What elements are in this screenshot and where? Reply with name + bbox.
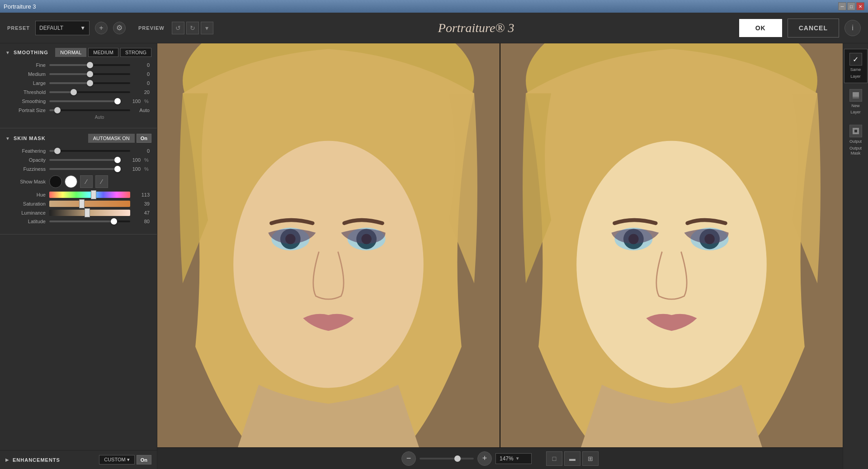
skin-mask-sliders: Feathering 0 Opacity 100 % bbox=[0, 146, 157, 233]
left-panel: ▼ SMOOTHING NORMAL MEDIUM STRONG Fine 0 bbox=[0, 43, 157, 469]
feathering-value: 0 bbox=[134, 148, 150, 154]
app-title-bar: Portraiture 3 bbox=[4, 3, 36, 10]
smoothing-preset-buttons: NORMAL MEDIUM STRONG bbox=[55, 48, 151, 57]
preview-images bbox=[157, 43, 843, 447]
redo-button[interactable]: ↻ bbox=[186, 22, 199, 34]
preview-before-pane[interactable] bbox=[157, 43, 500, 447]
minimize-button[interactable]: ─ bbox=[838, 2, 846, 10]
preset-settings-button[interactable]: ⚙ bbox=[113, 22, 126, 34]
zoom-in-button[interactable]: + bbox=[477, 451, 492, 466]
skin-mask-controls: AUTOMASK ON On bbox=[88, 134, 151, 143]
content-area: ▼ SMOOTHING NORMAL MEDIUM STRONG Fine 0 bbox=[0, 43, 868, 469]
undo-button[interactable]: ↺ bbox=[172, 22, 184, 34]
feathering-slider-row: Feathering 0 bbox=[7, 148, 150, 154]
undo-redo-group: ↺ ↻ ▾ bbox=[172, 22, 213, 34]
latitude-label: Latitude bbox=[7, 219, 46, 224]
same-layer-check-icon: ✓ bbox=[849, 53, 862, 66]
skin-mask-title: SKIN MASK bbox=[14, 136, 46, 141]
new-layer-option[interactable]: New Layer bbox=[844, 85, 868, 119]
large-slider[interactable] bbox=[49, 82, 130, 84]
auto-label: Auto bbox=[7, 115, 150, 120]
title-bar-controls: ─ □ ✕ bbox=[838, 2, 864, 10]
svg-rect-19 bbox=[853, 92, 859, 97]
fuzziness-value: 100 bbox=[125, 166, 141, 172]
opacity-slider-row: Opacity 100 % bbox=[7, 157, 150, 163]
opacity-slider[interactable] bbox=[49, 159, 121, 161]
zoom-dropdown-icon: ▼ bbox=[515, 456, 520, 461]
info-button[interactable]: i bbox=[844, 20, 861, 36]
smoothing-medium-button[interactable]: MEDIUM bbox=[88, 48, 118, 57]
smoothing-slider[interactable] bbox=[49, 100, 121, 102]
fuzziness-label: Fuzziness bbox=[7, 166, 46, 172]
smoothing-sliders: Fine 0 Medium 0 bbox=[0, 61, 157, 127]
zoom-value-box[interactable]: 147% ▼ bbox=[495, 453, 532, 464]
smoothing-slider-row: Smoothing 100 % bbox=[7, 98, 150, 104]
svg-rect-21 bbox=[854, 130, 857, 132]
threshold-slider-row: Threshold 20 bbox=[7, 89, 150, 95]
smoothing-section-header[interactable]: ▼ SMOOTHING NORMAL MEDIUM STRONG bbox=[0, 43, 157, 61]
enhancements-custom-button[interactable]: CUSTOM ▾ bbox=[99, 455, 135, 464]
output-mask-label: Output bbox=[849, 139, 862, 144]
automask-button[interactable]: AUTOMASK ON bbox=[88, 134, 135, 143]
enhancements-controls: CUSTOM ▾ On bbox=[99, 455, 151, 464]
smoothing-slider-label: Smoothing bbox=[7, 98, 46, 104]
same-layer-option[interactable]: ✓ Same Layer bbox=[844, 49, 868, 83]
cancel-button[interactable]: CANCEL bbox=[788, 19, 839, 38]
smoothing-strong-button[interactable]: STRONG bbox=[120, 48, 151, 57]
maximize-button[interactable]: □ bbox=[847, 2, 855, 10]
output-mask-icon bbox=[849, 125, 862, 137]
svg-point-2 bbox=[233, 141, 424, 388]
view-buttons: □ ▬ ⊞ bbox=[546, 451, 599, 466]
threshold-slider[interactable] bbox=[49, 91, 130, 93]
threshold-label: Threshold bbox=[7, 89, 46, 95]
medium-slider-row: Medium 0 bbox=[7, 71, 150, 77]
portrait-size-slider[interactable] bbox=[49, 109, 130, 111]
latitude-value: 80 bbox=[134, 219, 150, 224]
new-layer-icon bbox=[849, 89, 862, 102]
view-split-button[interactable]: ▬ bbox=[564, 451, 580, 466]
enhancements-section-header[interactable]: ▶ ENHANCEMENTS CUSTOM ▾ On bbox=[0, 450, 157, 469]
fine-slider[interactable] bbox=[49, 64, 130, 66]
fine-slider-row: Fine 0 bbox=[7, 62, 150, 68]
fine-value: 0 bbox=[134, 62, 150, 68]
saturation-slider[interactable] bbox=[49, 201, 130, 207]
fuzziness-slider-row: Fuzziness 100 % bbox=[7, 166, 150, 172]
view-single-button[interactable]: □ bbox=[546, 451, 562, 466]
app-logo: Portraiture® 3 bbox=[219, 21, 734, 35]
hue-slider[interactable] bbox=[49, 192, 130, 198]
luminance-slider[interactable] bbox=[49, 210, 130, 216]
skin-mask-section-header[interactable]: ▼ SKIN MASK AUTOMASK ON On bbox=[0, 129, 157, 146]
new-layer-label-2: Layer bbox=[850, 110, 861, 115]
preset-dropdown[interactable]: DEFAULT ▼ bbox=[35, 21, 90, 35]
view-compare-button[interactable]: ⊞ bbox=[582, 451, 599, 466]
smoothing-normal-button[interactable]: NORMAL bbox=[55, 48, 86, 57]
fuzziness-slider[interactable] bbox=[49, 168, 121, 170]
mask-white-button[interactable] bbox=[65, 175, 77, 188]
show-mask-label: Show Mask bbox=[7, 179, 46, 184]
zoom-slider[interactable] bbox=[420, 458, 474, 460]
feathering-slider[interactable] bbox=[49, 150, 130, 152]
mask-black-button[interactable] bbox=[49, 175, 62, 188]
skin-mask-collapse-icon: ▼ bbox=[5, 136, 10, 141]
preset-add-button[interactable]: + bbox=[95, 22, 108, 34]
opacity-value: 100 bbox=[125, 157, 141, 163]
skin-mask-on-button[interactable]: On bbox=[137, 134, 151, 143]
large-value: 0 bbox=[134, 80, 150, 86]
mask-picker-1[interactable]: ⁄ bbox=[80, 175, 93, 188]
medium-slider[interactable] bbox=[49, 73, 130, 75]
mask-picker-2[interactable]: ⁄ bbox=[95, 175, 108, 188]
smoothing-title: SMOOTHING bbox=[14, 50, 48, 55]
preset-label: PRESET bbox=[7, 25, 30, 31]
ok-button[interactable]: OK bbox=[739, 19, 782, 37]
output-mask-option[interactable]: Output Output Mask bbox=[844, 121, 868, 159]
history-button[interactable]: ▾ bbox=[201, 22, 213, 34]
enhancements-on-button[interactable]: On bbox=[137, 455, 151, 464]
luminance-label: Luminance bbox=[7, 210, 46, 216]
hue-value: 113 bbox=[134, 192, 150, 197]
preview-after-pane[interactable] bbox=[500, 43, 843, 447]
close-button[interactable]: ✕ bbox=[856, 2, 864, 10]
latitude-slider[interactable] bbox=[49, 220, 130, 222]
preview-label: PREVIEW bbox=[138, 25, 165, 31]
zoom-out-button[interactable]: − bbox=[401, 451, 416, 466]
preset-dropdown-arrow: ▼ bbox=[80, 25, 85, 31]
